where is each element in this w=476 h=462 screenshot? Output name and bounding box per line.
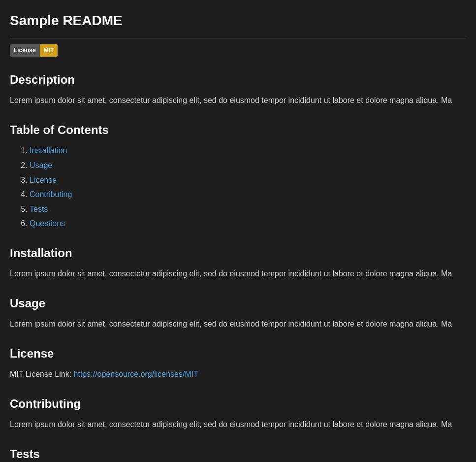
description-text: Lorem ipsum dolor sit amet, consectetur … bbox=[10, 94, 466, 107]
toc-link-questions[interactable]: Questions bbox=[30, 219, 65, 228]
installation-text: Lorem ipsum dolor sit amet, consectetur … bbox=[10, 267, 466, 280]
installation-section: Installation Lorem ipsum dolor sit amet,… bbox=[10, 244, 466, 280]
toc-link-installation[interactable]: Installation bbox=[30, 146, 67, 155]
toc-section: Table of Contents Installation Usage Lic… bbox=[10, 121, 466, 230]
installation-heading: Installation bbox=[10, 244, 466, 263]
contributing-text: Lorem ipsum dolor sit amet, consectetur … bbox=[10, 418, 466, 431]
list-item: Usage bbox=[30, 159, 466, 172]
toc-link-usage[interactable]: Usage bbox=[30, 161, 52, 169]
toc-heading: Table of Contents bbox=[10, 121, 466, 139]
usage-heading: Usage bbox=[10, 294, 466, 313]
toc-link-license[interactable]: License bbox=[30, 176, 57, 184]
list-item: License bbox=[30, 174, 466, 187]
toc-link-contributing[interactable]: Contributing bbox=[30, 190, 72, 198]
badge-container: License MIT bbox=[10, 44, 466, 57]
description-heading: Description bbox=[10, 70, 466, 89]
tests-heading: Tests bbox=[10, 445, 466, 462]
toc-list: Installation Usage License Contributing … bbox=[30, 144, 466, 230]
usage-text: Lorem ipsum dolor sit amet, consectetur … bbox=[10, 318, 466, 330]
badge-label: License bbox=[10, 44, 40, 57]
license-link[interactable]: https://opensource.org/licenses/MIT bbox=[74, 370, 198, 378]
description-section: Description Lorem ipsum dolor sit amet, … bbox=[10, 70, 466, 107]
license-badge: License MIT bbox=[10, 44, 58, 57]
badge-value: MIT bbox=[40, 44, 58, 57]
list-item: Questions bbox=[30, 217, 466, 230]
list-item: Contributing bbox=[30, 188, 466, 201]
contributing-heading: Contributing bbox=[10, 395, 466, 413]
tests-section: Tests Lorem ipsum dolor sit amet, consec… bbox=[10, 445, 466, 462]
list-item: Tests bbox=[30, 203, 466, 216]
toc-link-tests[interactable]: Tests bbox=[30, 205, 48, 213]
license-heading: License bbox=[10, 344, 466, 363]
license-text: MIT License Link: https://opensource.org… bbox=[10, 368, 466, 381]
list-item: Installation bbox=[30, 144, 466, 157]
license-prefix: MIT License Link: bbox=[10, 370, 74, 378]
usage-section: Usage Lorem ipsum dolor sit amet, consec… bbox=[10, 294, 466, 330]
license-section: License MIT License Link: https://openso… bbox=[10, 344, 466, 381]
page-title: Sample README bbox=[10, 10, 466, 38]
contributing-section: Contributing Lorem ipsum dolor sit amet,… bbox=[10, 395, 466, 431]
